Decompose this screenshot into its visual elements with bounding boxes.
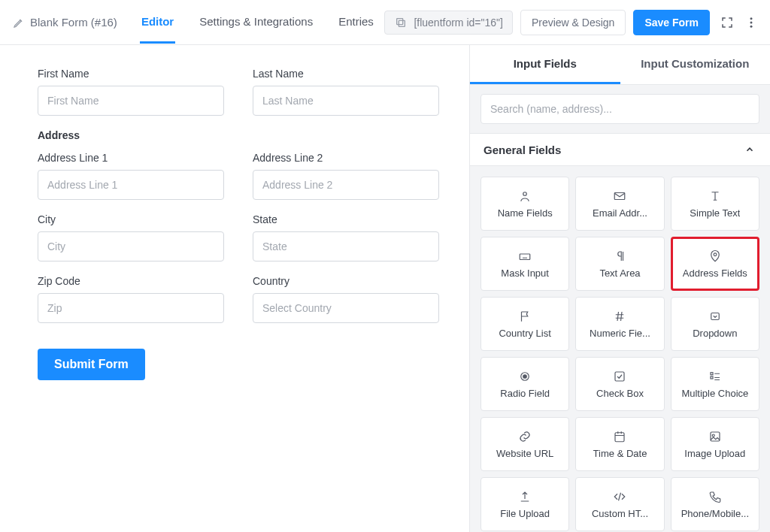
tab-entries[interactable]: Entries (337, 2, 375, 44)
svg-point-2 (750, 17, 753, 20)
field-card-label: Time & Date (593, 448, 647, 459)
shortcode-text: [fluentform id="16"] (414, 17, 503, 29)
field-card-label: Email Addr... (593, 207, 647, 219)
panel-tabs: Input Fields Input Customization (470, 45, 770, 85)
address-heading: Address (38, 129, 439, 141)
field-card-code[interactable]: Custom HT... (575, 477, 664, 531)
first-name-input[interactable] (38, 86, 224, 116)
field-card-calendar[interactable]: Time & Date (575, 417, 664, 471)
form-canvas: First Name Last Name Address Address Lin… (0, 45, 469, 532)
field-card-label: Check Box (596, 388, 644, 399)
field-card-upload[interactable]: File Upload (480, 477, 569, 531)
addr1-label: Address Line 1 (38, 152, 224, 164)
user-icon (518, 189, 532, 203)
field-card-image[interactable]: Image Upload (671, 417, 759, 471)
submit-button[interactable]: Submit Form (38, 349, 145, 380)
group-general-fields[interactable]: General Fields (470, 133, 770, 166)
keyboard-icon (518, 249, 532, 263)
field-card-radio[interactable]: Radio Field (480, 357, 569, 411)
field-card-label: Multiple Choice (681, 388, 748, 399)
shortcode-display[interactable]: [fluentform id="16"] (384, 11, 513, 35)
hash-icon (613, 310, 626, 323)
field-card-link[interactable]: Website URL (480, 417, 569, 471)
save-button[interactable]: Save Form (633, 10, 710, 35)
main-tabs: Editor Settings & Integrations Entries (140, 2, 375, 44)
field-card-check[interactable]: Check Box (575, 357, 664, 411)
city-input[interactable] (38, 231, 224, 261)
svg-rect-9 (711, 313, 720, 319)
first-name-label: First Name (38, 68, 224, 80)
pencil-icon (12, 16, 26, 29)
field-grid: Name FieldsEmail Addr...Simple TextMask … (470, 166, 770, 532)
svg-rect-12 (615, 372, 624, 381)
field-card-phone[interactable]: Phone/Mobile... (671, 477, 759, 531)
flag-icon (518, 310, 532, 323)
fullscreen-icon[interactable] (720, 16, 734, 29)
phone-icon (708, 490, 722, 503)
text-icon (708, 189, 722, 203)
field-card-label: Custom HT... (592, 508, 648, 519)
svg-point-3 (750, 21, 753, 23)
field-card-para[interactable]: Text Area (575, 237, 664, 291)
field-card-flag[interactable]: Country List (480, 297, 569, 351)
tab-editor[interactable]: Editor (140, 2, 175, 44)
field-card-mail[interactable]: Email Addr... (575, 177, 664, 231)
field-card-label: Image Upload (684, 448, 745, 459)
tab-settings[interactable]: Settings & Integrations (198, 2, 314, 44)
field-card-label: Name Fields (498, 207, 553, 219)
fields-search-input[interactable] (480, 94, 759, 124)
zip-input[interactable] (38, 293, 224, 323)
svg-point-11 (523, 374, 527, 378)
zip-label: Zip Code (38, 275, 224, 287)
field-card-keyboard[interactable]: Mask Input (480, 237, 569, 291)
calendar-icon (613, 430, 626, 443)
field-card-label: Address Fields (683, 268, 747, 279)
last-name-input[interactable] (253, 86, 439, 116)
form-title-text: Blank Form (#16) (30, 16, 117, 29)
field-card-label: Dropdown (693, 328, 737, 339)
field-card-list[interactable]: Multiple Choice (671, 357, 759, 411)
preview-button[interactable]: Preview & Design (520, 10, 626, 35)
addr1-input[interactable] (38, 170, 224, 200)
field-card-label: Numeric Fie... (590, 328, 650, 339)
field-card-label: File Upload (500, 508, 550, 519)
para-icon (613, 249, 626, 263)
field-card-label: Simple Text (690, 207, 740, 219)
field-card-hash[interactable]: Numeric Fie... (575, 297, 664, 351)
svg-rect-0 (399, 20, 405, 26)
more-icon[interactable] (744, 16, 758, 29)
field-card-label: Radio Field (500, 388, 550, 399)
form-title[interactable]: Blank Form (#16) (12, 16, 117, 29)
country-select[interactable] (253, 293, 439, 323)
code-icon (613, 490, 626, 503)
panel-tab-input-customization[interactable]: Input Customization (620, 45, 771, 84)
state-input[interactable] (253, 231, 439, 261)
radio-icon (518, 370, 532, 383)
panel-tab-input-fields[interactable]: Input Fields (470, 45, 620, 84)
svg-point-8 (714, 252, 717, 255)
workspace: First Name Last Name Address Address Lin… (0, 45, 770, 532)
field-card-label: Text Area (599, 268, 640, 279)
field-card-label: Country List (499, 328, 550, 339)
check-icon (613, 370, 626, 383)
field-card-label: Website URL (496, 448, 553, 459)
field-card-label: Phone/Mobile... (681, 508, 749, 519)
addr2-input[interactable] (253, 170, 439, 200)
top-bar: Blank Form (#16) Editor Settings & Integ… (0, 0, 770, 45)
addr2-label: Address Line 2 (253, 152, 439, 164)
group-label: General Fields (484, 144, 561, 156)
svg-point-17 (712, 434, 714, 437)
svg-point-4 (750, 25, 753, 27)
field-card-text[interactable]: Simple Text (671, 177, 759, 231)
country-label: Country (253, 275, 439, 287)
right-panel: Input Fields Input Customization General… (469, 45, 770, 532)
svg-rect-6 (615, 192, 626, 199)
list-icon (708, 370, 722, 383)
field-card-drop[interactable]: Dropdown (671, 297, 759, 351)
field-card-pin[interactable]: Address Fields (671, 237, 759, 291)
svg-rect-15 (615, 432, 624, 441)
svg-rect-16 (711, 432, 720, 441)
svg-rect-1 (397, 18, 403, 24)
field-card-user[interactable]: Name Fields (480, 177, 569, 231)
svg-rect-14 (711, 376, 713, 379)
